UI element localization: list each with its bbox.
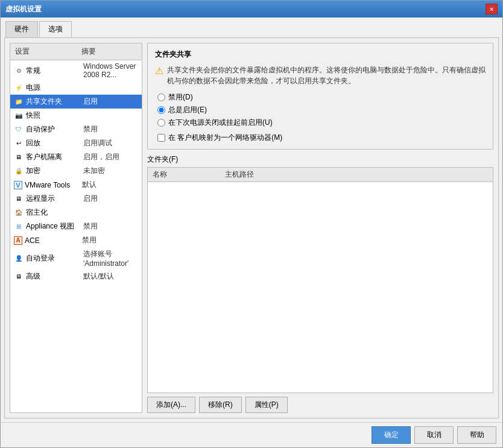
setting-row-autoprotect[interactable]: 🛡 自动保护 禁用 — [10, 122, 142, 136]
setting-summary-vmtools: 默认 — [82, 180, 138, 190]
close-button[interactable]: ✕ — [486, 4, 498, 14]
setting-name-appliance: Appliance 视图 — [26, 221, 83, 232]
folder-table-buttons: 添加(A)... 移除(R) 属性(P) — [147, 397, 493, 413]
radio-next-power[interactable]: 在下次电源关闭或挂起前启用(U) — [157, 118, 486, 128]
setting-name-revert: 回放 — [26, 138, 83, 148]
shield-icon: 🛡 — [14, 125, 24, 134]
setting-row-isolation[interactable]: 🖥 客户机隔离 启用，启用 — [10, 150, 142, 164]
setting-row-general[interactable]: ⚙ 常规 Windows Server 2008 R2... — [10, 60, 142, 81]
left-panel: 设置 摘要 ⚙ 常规 Windows Server 2008 R2... ⚡ 电… — [10, 43, 142, 413]
cancel-button[interactable]: 取消 — [414, 426, 454, 444]
setting-name-encryption: 加密 — [26, 166, 83, 176]
left-header: 设置 摘要 — [10, 43, 142, 60]
folder-table-header: 名称 主机路径 — [148, 168, 493, 182]
setting-name-isolation: 客户机隔离 — [26, 152, 83, 162]
setting-row-advanced[interactable]: 🖥 高级 默认/默认 — [10, 270, 142, 283]
setting-summary-appliance: 禁用 — [83, 221, 138, 232]
setting-name-general: 常规 — [26, 66, 83, 76]
checkbox-label: 在 客户机映射为一个网络驱动器(M) — [168, 133, 282, 143]
tab-bar: 硬件 选项 — [1, 17, 502, 37]
setting-row-snapshot[interactable]: 📷 快照 — [10, 109, 142, 122]
folder-col1-header: 名称 — [153, 169, 225, 180]
setting-name-advanced: 高级 — [26, 271, 83, 282]
setting-row-remote-display[interactable]: 🖥 远程显示 启用 — [10, 192, 142, 206]
setting-row-vmtools[interactable]: V VMware Tools 默认 — [10, 178, 142, 192]
vmtools-icon: V — [14, 181, 22, 189]
setting-name-hosting: 宿主化 — [26, 207, 83, 218]
radio-disable-label: 禁用(D) — [168, 92, 193, 103]
setting-name-power: 电源 — [26, 83, 83, 93]
display-icon: 🖥 — [14, 194, 24, 204]
snapshot-icon: 📷 — [14, 111, 24, 121]
home-icon: 🏠 — [14, 208, 24, 218]
setting-summary-encryption: 未加密 — [83, 166, 138, 176]
gear-icon: ⚙ — [14, 66, 24, 75]
col1-header: 设置 — [10, 45, 77, 58]
isolation-icon: 🖥 — [14, 153, 24, 162]
setting-row-autologin[interactable]: 👤 自动登录 选择账号 'Administrator' — [10, 247, 142, 270]
appliance-icon: ⊞ — [14, 222, 24, 232]
folder-table-title: 文件夹(F) — [147, 154, 493, 165]
setting-summary-shared-folder: 启用 — [83, 96, 138, 107]
radio-disable-input[interactable] — [157, 93, 165, 101]
setting-row-ace[interactable]: A ACE 禁用 — [10, 233, 142, 247]
network-drive-checkbox[interactable] — [157, 134, 165, 142]
setting-summary-autoprotect: 禁用 — [83, 124, 138, 134]
warning-box: ⚠ 共享文件夹会把你的文件暴露给虚拟机中的程序。这将使你的电脑与数据处于危险中。… — [155, 65, 486, 86]
properties-button[interactable]: 属性(P) — [245, 397, 288, 413]
folder-icon: 📁 — [14, 97, 24, 107]
radio-disable[interactable]: 禁用(D) — [157, 92, 486, 103]
remove-button[interactable]: 移除(R) — [199, 397, 242, 413]
setting-name-autoprotect: 自动保护 — [26, 124, 83, 134]
setting-row-appliance[interactable]: ⊞ Appliance 视图 禁用 — [10, 219, 142, 233]
title-bar: 虚拟机设置 ✕ — [1, 1, 502, 17]
tab-hardware[interactable]: 硬件 — [5, 21, 38, 37]
user-icon: 👤 — [14, 254, 24, 263]
radio-group: 禁用(D) 总是启用(E) 在下次电源关闭或挂起前启用(U) — [157, 92, 486, 128]
setting-summary-advanced: 默认/默认 — [83, 271, 138, 282]
lock-icon: 🔒 — [14, 166, 24, 176]
tab-options[interactable]: 选项 — [39, 21, 72, 37]
add-button[interactable]: 添加(A)... — [147, 397, 195, 413]
ok-button[interactable]: 确定 — [372, 426, 411, 444]
warning-text: 共享文件夹会把你的文件暴露给虚拟机中的程序。这将使你的电脑与数据处于危险中。只有… — [167, 65, 486, 86]
radio-next-power-input[interactable] — [157, 119, 165, 127]
radio-next-power-label: 在下次电源关闭或挂起前启用(U) — [168, 118, 273, 128]
folder-col2-header: 主机路径 — [225, 169, 488, 180]
main-window: 虚拟机设置 ✕ 硬件 选项 设置 摘要 ⚙ 常规 Windows Server … — [0, 0, 503, 448]
setting-name-vmtools: VMware Tools — [25, 181, 82, 189]
main-content: 设置 摘要 ⚙ 常规 Windows Server 2008 R2... ⚡ 电… — [4, 37, 499, 418]
advanced-icon: 🖥 — [14, 272, 24, 282]
setting-summary-ace: 禁用 — [82, 235, 138, 245]
setting-name-ace: ACE — [25, 236, 82, 245]
ace-icon: A — [14, 236, 22, 245]
radio-always-input[interactable] — [157, 106, 165, 114]
setting-name-snapshot: 快照 — [26, 110, 83, 121]
help-button[interactable]: 帮助 — [457, 426, 496, 444]
radio-always[interactable]: 总是启用(E) — [157, 105, 486, 115]
setting-name-remote-display: 远程显示 — [26, 194, 83, 204]
setting-summary-remote-display: 启用 — [83, 194, 138, 204]
right-panel: 文件夹共享 ⚠ 共享文件夹会把你的文件暴露给虚拟机中的程序。这将使你的电脑与数据… — [147, 43, 493, 413]
warning-icon: ⚠ — [155, 65, 163, 77]
folder-share-section: 文件夹共享 ⚠ 共享文件夹会把你的文件暴露给虚拟机中的程序。这将使你的电脑与数据… — [147, 43, 493, 150]
radio-always-label: 总是启用(E) — [168, 105, 207, 115]
setting-summary-general: Windows Server 2008 R2... — [83, 62, 138, 79]
title-controls: ✕ — [486, 4, 498, 14]
folder-table-section: 文件夹(F) 名称 主机路径 添加(A)... 移除(R) 属性(P) — [147, 154, 493, 413]
setting-row-hosting[interactable]: 🏠 宿主化 — [10, 206, 142, 219]
network-drive-checkbox-label[interactable]: 在 客户机映射为一个网络驱动器(M) — [157, 133, 486, 143]
folder-table: 名称 主机路径 — [147, 167, 493, 393]
setting-row-shared-folder[interactable]: 📁 共享文件夹 启用 — [10, 95, 142, 109]
setting-summary-autologin: 选择账号 'Administrator' — [83, 249, 138, 268]
bottom-bar: 确定 取消 帮助 — [1, 422, 502, 447]
setting-name-autologin: 自动登录 — [26, 253, 83, 263]
setting-row-power[interactable]: ⚡ 电源 — [10, 81, 142, 95]
setting-row-encryption[interactable]: 🔒 加密 未加密 — [10, 164, 142, 178]
power-icon: ⚡ — [14, 83, 24, 93]
col2-header: 摘要 — [77, 45, 142, 58]
setting-row-revert[interactable]: ↩ 回放 启用调试 — [10, 136, 142, 150]
revert-icon: ↩ — [14, 139, 24, 148]
setting-name-shared-folder: 共享文件夹 — [26, 96, 83, 107]
settings-list: ⚙ 常规 Windows Server 2008 R2... ⚡ 电源 📁 共享… — [10, 60, 142, 412]
